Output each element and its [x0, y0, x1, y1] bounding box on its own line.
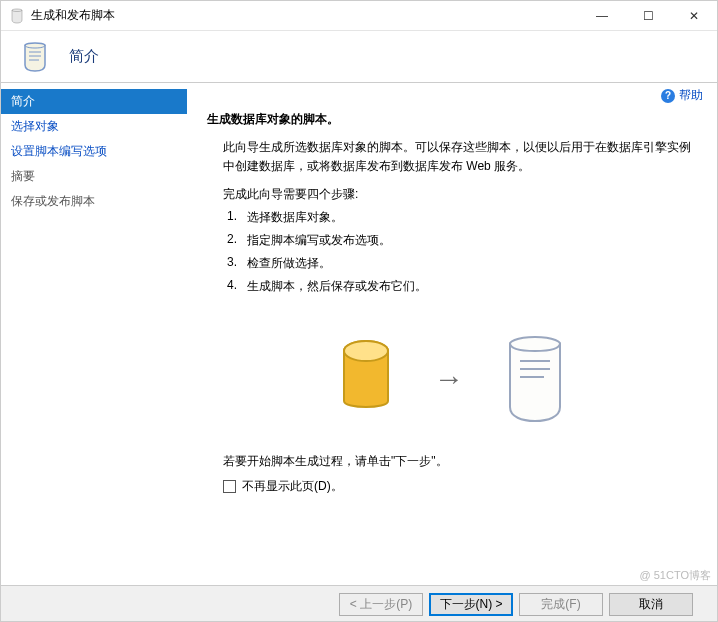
step-3: 3. 检查所做选择。 — [227, 255, 697, 272]
dont-show-again-label: 不再显示此页(D)。 — [242, 478, 343, 495]
sidebar-item-select-objects[interactable]: 选择对象 — [1, 114, 187, 139]
sidebar-item-summary: 摘要 — [1, 164, 187, 189]
svg-point-4 — [344, 341, 388, 361]
content-pane: ? 帮助 生成数据库对象的脚本。 此向导生成所选数据库对象的脚本。可以保存这些脚… — [187, 83, 717, 585]
prev-button: < 上一步(P) — [339, 593, 423, 616]
watermark: @ 51CTO博客 — [640, 568, 711, 583]
step-text: 指定脚本编写或发布选项。 — [247, 232, 391, 249]
sidebar-item-script-options[interactable]: 设置脚本编写选项 — [1, 139, 187, 164]
footer-text: 若要开始脚本生成过程，请单击"下一步"。 — [223, 453, 697, 470]
database-icon — [334, 339, 398, 419]
titlebar: 生成和发布脚本 — ☐ ✕ — [1, 1, 717, 31]
cancel-button[interactable]: 取消 — [609, 593, 693, 616]
step-number: 4. — [227, 278, 241, 295]
script-large-icon — [500, 335, 570, 423]
minimize-button[interactable]: — — [579, 1, 625, 31]
arrow-icon: → — [434, 362, 464, 396]
content-heading: 生成数据库对象的脚本。 — [207, 111, 697, 128]
step-number: 2. — [227, 232, 241, 249]
dont-show-again-row[interactable]: 不再显示此页(D)。 — [223, 478, 697, 495]
app-icon — [9, 8, 25, 24]
wizard-body: 简介 选择对象 设置脚本编写选项 摘要 保存或发布脚本 ? 帮助 生成数据库对象… — [1, 83, 717, 585]
content-description: 此向导生成所选数据库对象的脚本。可以保存这些脚本，以便以后用于在数据库引擎实例中… — [223, 138, 697, 176]
close-button[interactable]: ✕ — [671, 1, 717, 31]
maximize-button[interactable]: ☐ — [625, 1, 671, 31]
step-1: 1. 选择数据库对象。 — [227, 209, 697, 226]
help-label: 帮助 — [679, 87, 703, 104]
sidebar: 简介 选择对象 设置脚本编写选项 摘要 保存或发布脚本 — [1, 83, 187, 585]
step-text: 生成脚本，然后保存或发布它们。 — [247, 278, 427, 295]
steps-intro: 完成此向导需要四个步骤: — [223, 186, 697, 203]
help-icon: ? — [661, 89, 675, 103]
help-link[interactable]: ? 帮助 — [661, 87, 703, 104]
dont-show-again-checkbox[interactable] — [223, 480, 236, 493]
wizard-header: 简介 — [1, 31, 717, 83]
script-icon — [19, 41, 51, 73]
step-number: 1. — [227, 209, 241, 226]
step-4: 4. 生成脚本，然后保存或发布它们。 — [227, 278, 697, 295]
sidebar-item-intro[interactable]: 简介 — [1, 89, 187, 114]
step-text: 选择数据库对象。 — [247, 209, 343, 226]
window-title: 生成和发布脚本 — [31, 7, 579, 24]
finish-button: 完成(F) — [519, 593, 603, 616]
step-2: 2. 指定脚本编写或发布选项。 — [227, 232, 697, 249]
next-button[interactable]: 下一步(N) > — [429, 593, 513, 616]
step-text: 检查所做选择。 — [247, 255, 331, 272]
page-title: 简介 — [69, 47, 99, 66]
illustration: → — [207, 335, 697, 423]
sidebar-item-save-publish: 保存或发布脚本 — [1, 189, 187, 214]
step-number: 3. — [227, 255, 241, 272]
button-bar: < 上一步(P) 下一步(N) > 完成(F) 取消 — [1, 585, 717, 622]
